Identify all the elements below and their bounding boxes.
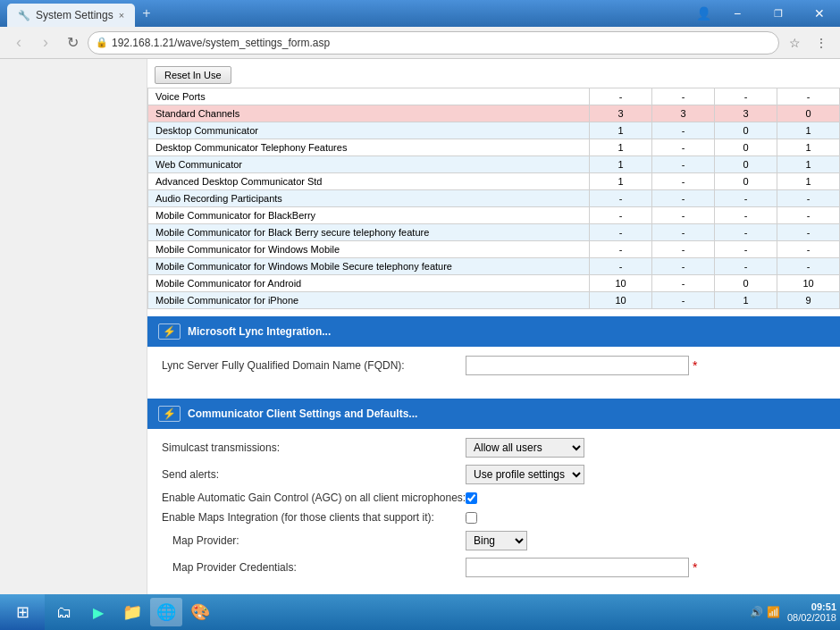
url-text: 192.168.1.21/wave/system_settings_form.a… (112, 37, 330, 49)
table-cell: - (777, 207, 840, 224)
browser-tab[interactable]: 🔧 System Settings × (7, 4, 135, 27)
communicator-section-header[interactable]: ⚡ Communicator Client Settings and Defau… (147, 399, 840, 429)
table-cell: - (590, 241, 652, 258)
table-cell: - (715, 88, 777, 105)
table-cell: - (590, 207, 652, 224)
title-bar: 🔧 System Settings × + 👤 − ❐ ✕ (0, 0, 840, 27)
taskbar-items: 🗂 ▶ 📁 🌐 🎨 (45, 598, 220, 626)
clock: 09:51 08/02/2018 (787, 601, 840, 623)
tab-close-button[interactable]: × (119, 10, 124, 21)
table-cell: - (590, 258, 652, 275)
sidebar (0, 59, 147, 594)
table-row: Desktop Communicator1-01 (148, 122, 840, 139)
table-row: Mobile Communicator for iPhone10-19 (148, 292, 840, 309)
reset-section: Reset In Use (147, 59, 840, 88)
taskbar-item-colorpicker[interactable]: 🎨 (184, 598, 216, 626)
table-cell: 1 (777, 156, 840, 173)
map-credentials-input[interactable] (466, 558, 689, 577)
user-button[interactable]: 👤 (690, 0, 717, 27)
table-cell: 10 (590, 292, 652, 309)
table-cell: 0 (715, 173, 777, 190)
new-tab-button[interactable]: + (135, 5, 157, 21)
table-cell: 1 (777, 139, 840, 156)
simulcast-select[interactable]: Allow all users Administrators only Disa… (466, 438, 584, 458)
speaker-tray-icon[interactable]: 🔊 (750, 606, 763, 618)
terminal-icon: ▶ (93, 604, 104, 621)
clock-date: 08/02/2018 (787, 612, 836, 623)
table-cell-name: Mobile Communicator for iPhone (148, 292, 590, 309)
send-alerts-select[interactable]: Use profile settings Enabled Disabled (466, 465, 584, 484)
main-content: Reset In Use Voice Ports----Standard Cha… (0, 59, 840, 594)
reset-in-use-button[interactable]: Reset In Use (155, 66, 231, 84)
network-tray-icon[interactable]: 📶 (767, 606, 780, 618)
maps-checkbox[interactable] (466, 512, 477, 524)
table-cell: - (715, 241, 777, 258)
window-controls: 👤 − ❐ ✕ (690, 0, 840, 27)
communicator-section-label: Communicator Client Settings and Default… (188, 407, 417, 420)
table-cell-name: Mobile Communicator for Windows Mobile S… (148, 258, 590, 275)
back-button[interactable]: ‹ (7, 31, 30, 55)
table-cell: - (652, 241, 715, 258)
agc-row: Enable Automatic Gain Control (AGC) on a… (162, 491, 826, 504)
start-button[interactable]: ⊞ (0, 594, 45, 630)
table-cell: 1 (715, 292, 777, 309)
table-cell: 1 (590, 122, 652, 139)
table-cell: 1 (777, 122, 840, 139)
refresh-icon: ↻ (67, 34, 79, 51)
taskbar-item-folder[interactable]: 📁 (116, 598, 148, 626)
table-row: Advanced Desktop Communicator Std1-01 (148, 173, 840, 190)
table-cell: 3 (652, 105, 715, 122)
table-cell: 10 (777, 275, 840, 292)
lync-section-header[interactable]: ⚡ Microsoft Lync Integration... (147, 316, 840, 347)
lync-fqdn-label: Lync Server Fully Qualified Domain Name … (162, 359, 466, 372)
table-cell: 0 (715, 275, 777, 292)
table-cell: 3 (590, 105, 652, 122)
refresh-button[interactable]: ↻ (61, 31, 84, 55)
map-provider-select[interactable]: Bing Google (466, 531, 527, 550)
table-cell: - (777, 224, 840, 241)
table-cell: - (590, 190, 652, 207)
tab-title: System Settings (36, 9, 113, 21)
agc-checkbox[interactable] (466, 492, 477, 504)
close-button[interactable]: ✕ (799, 0, 840, 27)
map-credentials-star: * (693, 560, 697, 575)
taskbar-item-chrome[interactable]: 🌐 (150, 598, 182, 626)
table-cell-name: Mobile Communicator for Windows Mobile (148, 241, 590, 258)
restore-button[interactable]: ❐ (758, 0, 799, 27)
taskbar-item-terminal[interactable]: ▶ (82, 598, 114, 626)
communicator-form-section: Simulcast transmissions: Allow all users… (147, 429, 840, 593)
lync-fqdn-required-star: * (693, 358, 697, 373)
folder-icon: 📁 (122, 602, 142, 622)
bookmark-button[interactable]: ☆ (783, 31, 806, 55)
url-bar[interactable]: 🔒 192.168.1.21/wave/system_settings_form… (88, 31, 779, 55)
map-provider-label: Map Provider: (172, 534, 466, 547)
tab-favicon: 🔧 (18, 10, 30, 21)
clock-time: 09:51 (787, 601, 836, 612)
send-alerts-row: Send alerts: Use profile settings Enable… (162, 465, 826, 484)
minimize-button[interactable]: − (717, 0, 758, 27)
table-cell: - (652, 173, 715, 190)
communicator-section-icon: ⚡ (158, 406, 181, 422)
lync-fqdn-input[interactable] (466, 356, 689, 375)
table-cell: - (715, 258, 777, 275)
content-area: Reset In Use Voice Ports----Standard Cha… (147, 59, 840, 594)
license-table: Voice Ports----Standard Channels3330Desk… (147, 88, 840, 309)
table-cell: - (715, 190, 777, 207)
map-provider-row: Map Provider: Bing Google (172, 531, 826, 550)
table-cell: 1 (590, 173, 652, 190)
table-cell-name: Mobile Communicator for Android (148, 275, 590, 292)
table-row: Audio Recording Participants---- (148, 190, 840, 207)
forward-button[interactable]: › (34, 31, 57, 55)
colorpicker-icon: 🎨 (190, 602, 210, 622)
browser-menu-button[interactable]: ⋮ (810, 31, 833, 55)
send-alerts-label: Send alerts: (162, 468, 466, 481)
table-row: Standard Channels3330 (148, 105, 840, 122)
explorer-icon: 🗂 (56, 603, 72, 622)
table-cell: - (715, 207, 777, 224)
table-cell-name: Web Communicator (148, 156, 590, 173)
taskbar-item-explorer[interactable]: 🗂 (48, 598, 80, 626)
table-cell: 0 (715, 156, 777, 173)
table-cell-name: Mobile Communicator for BlackBerry (148, 207, 590, 224)
table-cell-name: Mobile Communicator for Black Berry secu… (148, 224, 590, 241)
lock-icon: 🔒 (96, 37, 108, 48)
